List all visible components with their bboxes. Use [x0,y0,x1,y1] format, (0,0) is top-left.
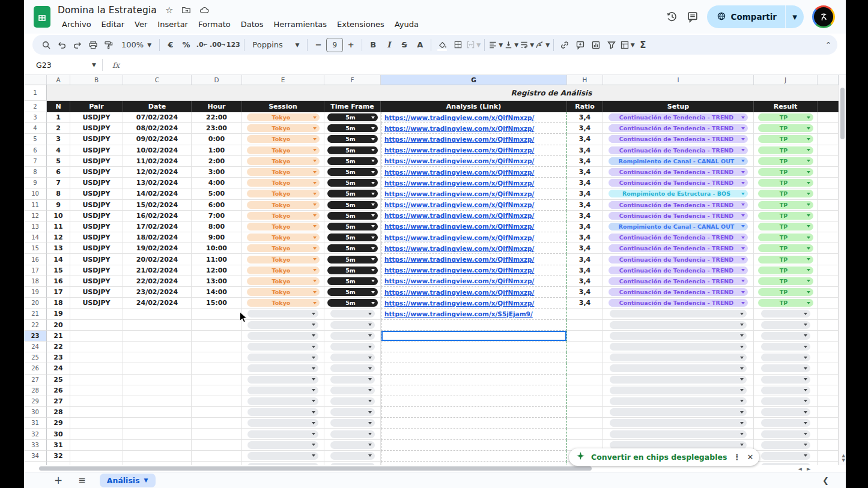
cell-K8[interactable] [818,167,839,178]
result-chip[interactable]: TP [758,168,813,176]
insert-chart-button[interactable] [588,37,604,53]
cell-B27[interactable] [70,375,123,385]
row-header-16[interactable]: 16 [24,254,47,265]
functions-button[interactable]: Σ [635,37,651,53]
empty-dropdown-chip[interactable] [330,364,375,372]
column-header-B[interactable]: B [70,75,123,85]
setup-chip[interactable]: Continuación de Tendencia - TREND [609,212,748,220]
empty-dropdown-chip[interactable] [761,430,810,438]
cell-H23[interactable] [567,331,603,342]
session-chip[interactable]: Tokyo [247,124,320,132]
menu-datos[interactable]: Datos [237,19,268,29]
result-chip[interactable]: TP [758,135,813,143]
row-header-11[interactable]: 11 [24,200,47,211]
cell-G28[interactable] [381,385,567,396]
format-currency-button[interactable]: € [163,37,178,53]
cell-B12[interactable]: USDJPY [70,211,123,221]
create-filter-button[interactable] [604,37,619,53]
cell-C4[interactable]: 08/02/2024 [123,123,192,134]
cell-A23[interactable]: 21 [47,331,70,342]
cell-G32[interactable] [381,429,567,439]
row-header-9[interactable]: 9 [24,178,47,188]
timeframe-chip[interactable]: 5m [327,190,378,197]
cell-I11[interactable]: Continuación de Tendencia - TREND [603,200,754,211]
cell-H7[interactable]: 3,4 [567,156,603,167]
cell-A3[interactable]: 1 [47,112,70,123]
cell-J19[interactable]: TP [754,287,818,298]
cell-J26[interactable] [754,363,818,374]
cell-E32[interactable] [242,429,324,439]
empty-dropdown-chip[interactable] [610,441,747,449]
redo-icon[interactable] [70,37,85,53]
cell-A27[interactable]: 25 [47,375,70,385]
popup-close-icon[interactable]: ✕ [747,453,753,462]
comments-icon[interactable] [687,11,699,23]
row-header-1[interactable]: 1 [24,85,47,101]
cell-D21[interactable] [192,309,242,319]
analysis-link[interactable]: https://www.tradingview.com/x/QifNmxzp/ [384,289,534,296]
row-header-30[interactable]: 30 [24,407,47,418]
timeframe-chip[interactable]: 5m [327,135,378,143]
timeframe-chip[interactable]: 5m [327,113,378,121]
cell-G20[interactable]: https://www.tradingview.com/x/QifNmxzp/ [381,298,567,309]
empty-dropdown-chip[interactable] [610,430,747,438]
cell-J7[interactable]: TP [754,156,818,167]
cell-J8[interactable]: TP [754,167,818,178]
cell-J5[interactable]: TP [754,134,818,145]
cell-J23[interactable] [754,331,818,342]
table-header-Pair[interactable]: Pair [70,101,123,112]
empty-dropdown-chip[interactable] [330,419,375,427]
version-history-icon[interactable] [666,11,678,23]
cell-G8[interactable]: https://www.tradingview.com/x/QifNmxzp/ [381,167,567,178]
share-button[interactable]: Compartir ▼ [707,5,804,28]
cell-J12[interactable]: TP [754,211,818,221]
cell-K3[interactable] [818,112,839,123]
table-header-Hour[interactable]: Hour [192,101,242,112]
cell-F28[interactable] [324,385,381,396]
session-chip[interactable]: Tokyo [247,288,320,296]
cell-C9[interactable]: 13/02/2024 [123,178,192,188]
cell-H30[interactable] [567,407,603,418]
cell-E10[interactable]: Tokyo [242,188,324,199]
cell-A19[interactable]: 17 [47,287,70,298]
timeframe-chip[interactable]: 5m [327,212,378,220]
result-chip[interactable]: TP [758,299,813,307]
cell-A33[interactable]: 31 [47,440,70,451]
cell-K30[interactable] [818,407,839,418]
session-chip[interactable]: Tokyo [247,157,320,165]
cell-B17[interactable]: USDJPY [70,265,123,276]
cell-J20[interactable]: TP [754,298,818,309]
cell-C27[interactable] [123,375,192,385]
cell-H24[interactable] [567,342,603,352]
insert-table-button[interactable]: ▼ [619,37,635,53]
empty-dropdown-chip[interactable] [247,397,318,405]
cell-G3[interactable]: https://www.tradingview.com/x/QifNmxzp/ [381,112,567,123]
row-header-34[interactable]: 34 [24,451,47,462]
analysis-link[interactable]: https://www.tradingview.com/x/QifNmxzp/ [384,179,534,187]
cell-B18[interactable]: USDJPY [70,276,123,287]
cell-F4[interactable]: 5m [324,123,381,134]
timeframe-chip[interactable]: 5m [327,267,378,274]
cell-H12[interactable]: 3,4 [567,211,603,221]
cell-H17[interactable]: 3,4 [567,265,603,276]
avatar[interactable] [812,5,835,28]
font-family-select[interactable]: Poppins▼ [247,37,304,53]
empty-dropdown-chip[interactable] [610,310,747,318]
cell-I18[interactable]: Continuación de Tendencia - TREND [603,276,754,287]
cell-H22[interactable] [567,320,603,331]
cell-F34[interactable] [324,451,381,462]
cell-G30[interactable] [381,407,567,418]
empty-dropdown-chip[interactable] [761,452,810,460]
result-chip[interactable]: TP [758,233,813,241]
empty-dropdown-chip[interactable] [330,397,375,405]
popup-more-options-icon[interactable]: ⋮ [733,453,741,462]
empty-dropdown-chip[interactable] [761,408,810,416]
cell-E6[interactable]: Tokyo [242,145,324,156]
cell-G16[interactable]: https://www.tradingview.com/x/QifNmxzp/ [381,254,567,265]
cell-F30[interactable] [324,407,381,418]
cell-K15[interactable] [818,243,839,254]
horizontal-scrollbar-thumb[interactable] [39,466,592,471]
empty-dropdown-chip[interactable] [247,354,318,361]
cell-E24[interactable] [242,342,324,352]
setup-chip[interactable]: Continuación de Tendencia - TREND [609,233,748,241]
